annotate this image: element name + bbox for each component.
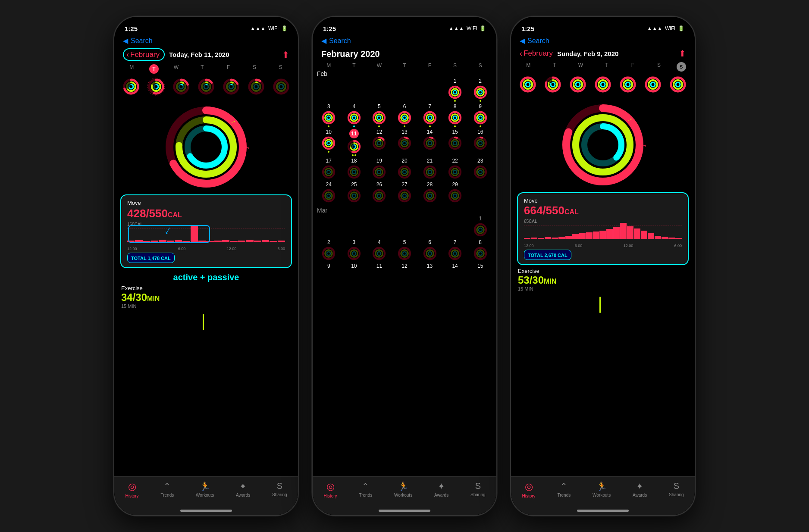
cal-cell-feb25[interactable]: 25	[344, 182, 364, 203]
cal-cell-mar4[interactable]: 4	[369, 239, 389, 261]
share-icon-1[interactable]: ⬆	[282, 50, 289, 60]
cal-cell-feb21[interactable]: 21	[420, 158, 440, 180]
cal-cell-feb3[interactable]: 3	[318, 103, 339, 127]
cal-cell-mar6[interactable]: 6	[420, 239, 440, 261]
ring-thu-1[interactable]	[197, 77, 216, 96]
nav-trends-1[interactable]: ⌃ Trends	[160, 481, 174, 498]
cal-cell-feb27[interactable]: 27	[394, 182, 415, 203]
cal-cell-feb12[interactable]: 12	[369, 129, 389, 156]
cal-cell-feb20[interactable]: 20	[394, 158, 415, 180]
cal-cell-feb11[interactable]: 11	[344, 129, 364, 156]
ring-tue-1[interactable]	[147, 77, 166, 96]
mar-empty2	[344, 216, 364, 238]
cal-cell-feb9[interactable]: 9	[470, 103, 491, 127]
back-month-label-1[interactable]: February	[130, 50, 160, 59]
search-back-2[interactable]: ◀	[321, 37, 326, 45]
nav-back-1[interactable]: ‹ February	[123, 48, 165, 61]
cal-cell-feb28[interactable]: 28	[420, 182, 440, 203]
nav-sharing-1[interactable]: S Sharing	[272, 481, 287, 497]
nav-sharing-3[interactable]: S Sharing	[669, 481, 684, 497]
nav-awards-3[interactable]: ✦ Awards	[633, 481, 647, 498]
back-chevron-3[interactable]: ‹	[520, 49, 522, 58]
ring3-wed[interactable]	[568, 75, 587, 94]
ring-fri-1[interactable]	[222, 77, 241, 96]
cal-cell-feb23[interactable]: 23	[470, 158, 491, 180]
svg-point-155	[479, 170, 482, 174]
nav-awards-2[interactable]: ✦ Awards	[434, 481, 448, 498]
cal-cell-feb5[interactable]: 5	[369, 103, 389, 127]
cal-cell-mar8[interactable]: 8	[470, 239, 491, 261]
ring3-sun[interactable]	[668, 75, 687, 94]
cal-cell-feb29[interactable]: 29	[445, 182, 465, 203]
nav-back-3[interactable]: ‹ February	[520, 49, 553, 58]
back-month-label-3[interactable]: February	[524, 49, 553, 58]
cal-cell-mar14[interactable]: 14	[445, 263, 465, 269]
ring-mon-1[interactable]	[122, 77, 141, 96]
search-bar-1[interactable]: ◀ Search	[114, 36, 298, 47]
nav-history-1[interactable]: ◎ History	[125, 481, 138, 498]
cal-cell-feb13[interactable]: 13	[394, 129, 415, 156]
cal-cell-feb26[interactable]: 26	[369, 182, 389, 203]
cal-cell-mar7[interactable]: 7	[445, 239, 465, 261]
cal-cell-feb10[interactable]: 10	[318, 129, 339, 156]
cal-cell-feb7[interactable]: 7	[420, 103, 440, 127]
cal-cell-feb16[interactable]: 16	[470, 129, 491, 156]
search-bar-3[interactable]: ◀ Search	[511, 36, 695, 47]
total-cal-badge-1: TOTAL 1,478 CAL	[127, 253, 175, 263]
ring3-mon[interactable]	[518, 75, 537, 94]
search-label-1[interactable]: Search	[131, 37, 153, 45]
ring-wed-1[interactable]	[172, 77, 191, 96]
ring-sun-1[interactable]	[272, 77, 291, 96]
search-back-3[interactable]: ◀	[520, 37, 525, 45]
exercise-chart-1	[121, 310, 291, 332]
ring3-fri[interactable]	[618, 75, 637, 94]
search-label-3[interactable]: Search	[527, 37, 549, 45]
nav-sharing-2[interactable]: S Sharing	[470, 481, 485, 497]
nav-history-2[interactable]: ◎ History	[323, 481, 337, 498]
cal-cell-feb4[interactable]: 4	[344, 103, 364, 127]
nav-trends-2[interactable]: ⌃ Trends	[359, 481, 372, 498]
cal-cell-mar3[interactable]: 3	[344, 239, 364, 261]
svg-point-196	[477, 250, 483, 257]
ring-sat-1[interactable]	[247, 77, 266, 96]
cal-cell-mar2[interactable]: 2	[318, 239, 339, 261]
cal-cell-feb17[interactable]: 17	[318, 158, 339, 180]
cal-cell-mar11[interactable]: 11	[369, 263, 389, 269]
move-stat-box-3: Move 664/550 CAL 65CAL	[517, 192, 689, 265]
cal-cell-mar12[interactable]: 12	[394, 263, 415, 269]
cal-cell-mar1[interactable]: 1	[470, 216, 491, 238]
ring3-tue[interactable]	[543, 75, 562, 94]
svg-point-133	[477, 140, 483, 147]
ring3-sat[interactable]	[643, 75, 662, 94]
cal-cell-feb15[interactable]: 15	[445, 129, 465, 156]
svg-point-237	[674, 80, 682, 89]
nav-history-3[interactable]: ◎ History	[522, 481, 535, 498]
ring3-thu[interactable]	[593, 75, 612, 94]
move-value-1: 428/550	[127, 207, 168, 220]
cal-cell-mar15[interactable]: 15	[470, 263, 491, 269]
cal-cell-feb8[interactable]: 8	[445, 103, 465, 127]
cal-cell-feb19[interactable]: 19	[369, 158, 389, 180]
cal-cell-mar13[interactable]: 13	[420, 263, 440, 269]
cal-cell-feb14[interactable]: 14	[420, 129, 440, 156]
nav-workouts-2[interactable]: 🏃 Workouts	[394, 481, 412, 498]
search-bar-2[interactable]: ◀ Search	[313, 36, 496, 47]
cal-cell-feb22[interactable]: 22	[445, 158, 465, 180]
share-icon-3[interactable]: ⬆	[679, 48, 686, 59]
nav-trends-3[interactable]: ⌃ Trends	[557, 481, 571, 498]
cal-cell-feb1[interactable]: 1	[445, 78, 465, 102]
cal-cell-mar9[interactable]: 9	[318, 263, 339, 269]
cal-cell-mar5[interactable]: 5	[394, 239, 415, 261]
nav-awards-1[interactable]: ✦ Awards	[236, 481, 250, 498]
cal-cell-mar10[interactable]: 10	[344, 263, 364, 269]
back-chevron-1[interactable]: ‹	[126, 50, 129, 59]
trends-icon-3: ⌃	[560, 481, 568, 491]
nav-workouts-3[interactable]: 🏃 Workouts	[593, 481, 611, 498]
cal-cell-feb2[interactable]: 2	[470, 78, 491, 102]
cal-cell-feb6[interactable]: 6	[394, 103, 415, 127]
cal-cell-feb24[interactable]: 24	[318, 182, 339, 203]
nav-workouts-1[interactable]: 🏃 Workouts	[196, 481, 214, 498]
search-back-1[interactable]: ◀	[123, 37, 128, 45]
cal-cell-feb18[interactable]: 18	[344, 158, 364, 180]
search-label-2[interactable]: Search	[329, 37, 351, 45]
